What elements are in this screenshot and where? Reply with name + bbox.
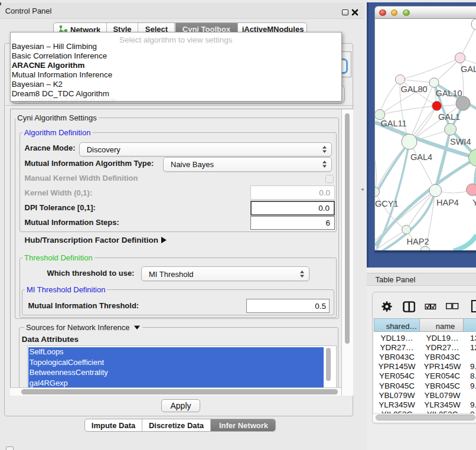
svg-text:GAL10: GAL10 xyxy=(435,89,462,98)
svg-text:GAL11: GAL11 xyxy=(381,119,407,128)
svg-text:GAL4: GAL4 xyxy=(410,152,432,162)
svg-text:GAL80: GAL80 xyxy=(400,84,427,94)
svg-text:HAP4: HAP4 xyxy=(436,198,459,207)
svg-text:GAL1: GAL1 xyxy=(438,112,460,122)
svg-text:GAL: GAL xyxy=(461,64,476,74)
svg-text:SWI4: SWI4 xyxy=(450,137,471,146)
svg-text:HAP2: HAP2 xyxy=(407,237,429,246)
svg-text:GCY1: GCY1 xyxy=(375,199,399,208)
svg-text:Y: Y xyxy=(472,198,476,207)
